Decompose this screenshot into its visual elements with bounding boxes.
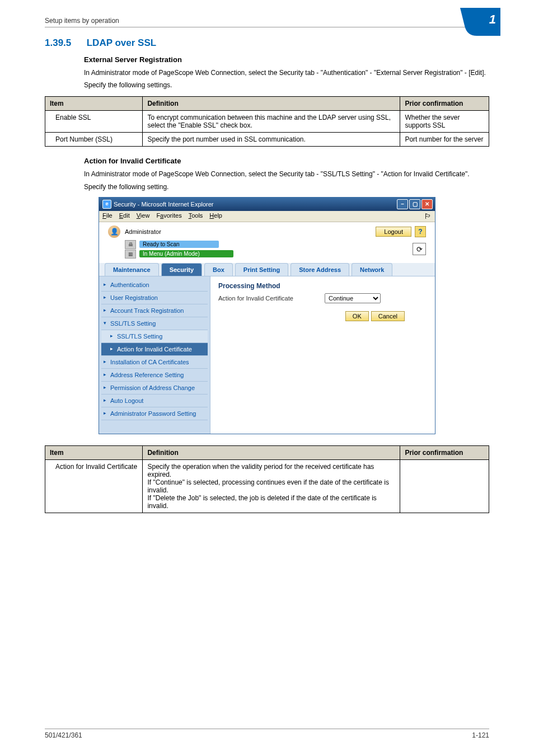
ie-window: e Security - Microsoft Internet Explorer…: [99, 197, 435, 434]
status-admin-mode: ▦ In Menu (Admin Mode): [125, 250, 233, 259]
table-header: Definition: [143, 97, 400, 111]
table-header: Prior confirmation: [400, 97, 489, 111]
help-button[interactable]: ?: [415, 226, 426, 237]
sidebar-item-authentication[interactable]: Authentication: [101, 279, 208, 292]
tab-print-setting[interactable]: Print Setting: [235, 263, 288, 276]
cancel-button[interactable]: Cancel: [371, 311, 405, 321]
form-title: Processing Method: [218, 282, 427, 290]
section-title: LDAP over SSL: [87, 37, 156, 48]
sidebar-item-auto-logout[interactable]: Auto Logout: [101, 395, 208, 407]
settings-table-enable-ssl: Item Definition Prior confirmation Enabl…: [45, 96, 489, 147]
ie-icon: e: [102, 200, 111, 209]
tab-maintenance[interactable]: Maintenance: [105, 263, 159, 276]
ie-menubar: File Edit View Favorites Tools Help 🏳: [99, 211, 435, 222]
table-row: Action for Invalid CertificateSpecify th…: [45, 459, 489, 513]
minimize-button[interactable]: –: [397, 199, 408, 209]
logout-button[interactable]: Logout: [376, 227, 411, 237]
tab-network[interactable]: Network: [352, 263, 392, 276]
table-cell-definition: Specify the port number used in SSL comm…: [143, 133, 400, 147]
table-cell-prior-confirmation: Port number for the server: [400, 133, 489, 147]
admin-label: Administrator: [125, 228, 161, 235]
tab-security[interactable]: Security: [161, 263, 202, 276]
tab-box[interactable]: Box: [204, 263, 233, 276]
table-header: Item: [45, 445, 143, 459]
table-header: Definition: [143, 445, 400, 459]
ie-titlebar: e Security - Microsoft Internet Explorer…: [99, 198, 435, 211]
section-heading: 1.39.5 LDAP over SSL: [45, 37, 489, 49]
sidebar-item-account-track[interactable]: Account Track Registration: [101, 304, 208, 317]
paragraph: In Administrator mode of PageScope Web C…: [84, 170, 489, 179]
admin-avatar-icon: 👤: [108, 226, 120, 238]
running-header: Setup items by operation: [45, 17, 489, 27]
refresh-button[interactable]: ⟳: [413, 243, 426, 255]
table-cell-item: Enable SSL: [45, 111, 143, 133]
sidebar-item-ssl-tls-setting-sub[interactable]: SSL/TLS Setting: [101, 330, 208, 343]
sidebar-item-install-ca[interactable]: Installation of CA Certificates: [101, 356, 208, 369]
tab-store-address[interactable]: Store Address: [291, 263, 349, 276]
ok-button[interactable]: OK: [345, 311, 369, 321]
table-row: Enable SSLTo encrypt communication betwe…: [45, 111, 489, 133]
footer-page-number: 1-121: [472, 731, 489, 739]
table-header: Item: [45, 97, 143, 111]
table-header: Prior confirmation: [400, 445, 489, 459]
section-number: 1.39.5: [45, 37, 84, 49]
sidebar-item-ssl-tls-setting[interactable]: SSL/TLS Setting: [101, 317, 208, 330]
table-cell-item: Port Number (SSL): [45, 133, 143, 147]
menu-tools[interactable]: Tools: [189, 212, 203, 220]
close-button[interactable]: ✕: [421, 199, 433, 209]
window-title: Security - Microsoft Internet Explorer: [114, 201, 214, 208]
sidebar-item-admin-password[interactable]: Administrator Password Setting: [101, 407, 208, 420]
chapter-number: 1: [489, 12, 496, 27]
settings-table-action-invalid: Item Definition Prior confirmation Actio…: [45, 445, 489, 513]
table-cell-prior-confirmation: Whether the sever supports SSL: [400, 111, 489, 133]
form-label-action-invalid-cert: Action for Invalid Certificate: [218, 295, 319, 302]
sidebar: Authentication User Registration Account…: [99, 276, 210, 434]
panel-icon: ▦: [125, 250, 136, 259]
sidebar-item-permission-address-change[interactable]: Permission of Address Change: [101, 382, 208, 395]
refresh-icon: ⟳: [416, 245, 423, 253]
status-ready: 🖶 Ready to Scan: [125, 240, 233, 249]
main-panel: Processing Method Action for Invalid Cer…: [210, 276, 435, 434]
sidebar-item-user-registration[interactable]: User Registration: [101, 292, 208, 304]
printer-icon: 🖶: [125, 240, 136, 249]
menu-view[interactable]: View: [137, 212, 150, 220]
footer-model: 501/421/361: [45, 731, 82, 739]
page-footer: 501/421/361 1-121: [45, 729, 489, 739]
ie-flag-icon: 🏳: [424, 212, 432, 220]
paragraph: Specify the following settings.: [84, 81, 489, 90]
table-row: Port Number (SSL)Specify the port number…: [45, 133, 489, 147]
table-cell-prior-confirmation: [400, 459, 489, 513]
table-cell-definition: To encrypt communication between this ma…: [143, 111, 400, 133]
maximize-button[interactable]: ▢: [409, 199, 420, 209]
menu-edit[interactable]: Edit: [119, 212, 130, 220]
sidebar-item-action-invalid-cert[interactable]: Action for Invalid Certificate: [101, 343, 208, 356]
paragraph: In Administrator mode of PageScope Web C…: [84, 68, 489, 77]
subheading-action-invalid-certificate: Action for Invalid Certificate: [84, 157, 489, 165]
sidebar-item-address-reference[interactable]: Address Reference Setting: [101, 369, 208, 382]
table-cell-definition: Specify the operation when the validity …: [143, 459, 400, 513]
chapter-corner-badge: 1: [460, 8, 500, 36]
menu-file[interactable]: File: [102, 212, 113, 220]
paragraph: Specify the following setting.: [84, 182, 489, 191]
action-invalid-cert-select[interactable]: ContinueDelete the Job: [325, 293, 381, 303]
tab-bar: Maintenance Security Box Print Setting S…: [99, 263, 435, 276]
menu-favorites[interactable]: Favorites: [156, 212, 181, 220]
table-cell-item: Action for Invalid Certificate: [45, 459, 143, 513]
menu-help[interactable]: Help: [209, 212, 222, 220]
subheading-external-server-registration: External Server Registration: [84, 55, 489, 64]
